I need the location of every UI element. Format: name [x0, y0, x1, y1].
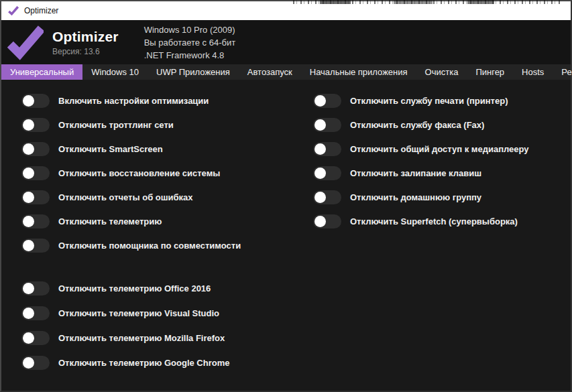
toggle-knob [314, 192, 326, 203]
toggle-label: Отключить отчеты об ошибках [58, 192, 193, 202]
toggle-row: Включить настройки оптимизации [21, 88, 313, 113]
toggle-knob [314, 216, 326, 227]
toggle-switch[interactable] [21, 356, 50, 370]
toggle-switch[interactable] [21, 166, 50, 180]
toggle-label: Включить настройки оптимизации [58, 96, 209, 106]
toggle-switch[interactable] [21, 239, 50, 253]
app-header: Optimizer Версия: 13.6 Windows 10 Pro (2… [1, 20, 571, 64]
toggle-knob [23, 95, 34, 107]
toggle-knob [23, 168, 34, 179]
toggle-knob [23, 308, 34, 319]
tab-hosts[interactable]: Hosts [513, 64, 553, 80]
tab-очистка[interactable]: Очистка [416, 64, 467, 80]
toggle-switch[interactable] [313, 190, 341, 204]
toggle-knob [23, 192, 34, 203]
toggle-row: Отключить службу факса (Fax) [313, 113, 571, 137]
toggle-switch[interactable] [313, 94, 341, 108]
toggle-label: Отключить восстановление системы [58, 168, 220, 178]
titlebar-title: Optimizer [24, 6, 58, 15]
group-gap [21, 257, 313, 276]
toggle-switch[interactable] [21, 190, 50, 204]
toggle-label: Отключить залипание клавиш [350, 168, 481, 178]
toggle-knob [23, 143, 34, 155]
content-area: Включить настройки оптимизации Отключить… [1, 80, 571, 391]
toggle-row: Отключить SmartScreen [21, 137, 313, 161]
toggle-row: Отключить службу печати (принтер) [313, 88, 571, 113]
system-info-os: Windows 10 Pro (2009) [144, 23, 236, 36]
toggle-switch[interactable] [313, 166, 341, 180]
tab-универсальный[interactable]: Универсальный [1, 64, 82, 80]
toggle-knob [23, 332, 34, 344]
toggle-knob [23, 216, 34, 227]
toggle-row: Отключить Superfetch (супервыборка) [313, 209, 571, 233]
toggle-switch[interactable] [21, 214, 50, 228]
toggle-row: Отключить телеметрию Office 2016 [21, 276, 313, 301]
app-name: Optimizer [52, 29, 119, 45]
toggle-row: Отключить телеметрию Google Chrome [21, 350, 313, 375]
system-info: Windows 10 Pro (2009) Вы работаете с 64-… [144, 23, 236, 62]
toggle-label: Отключить SmartScreen [58, 144, 163, 154]
toggle-label: Отключить телеметрию Google Chrome [58, 358, 229, 368]
tab-автозапуск[interactable]: Автозапуск [239, 64, 301, 80]
toggle-switch[interactable] [21, 331, 50, 345]
toggle-switch[interactable] [21, 94, 50, 108]
toggle-label: Отключить общий доступ к медиаплееру [350, 144, 529, 154]
system-info-framework: .NET Framework 4.8 [144, 49, 236, 62]
tab-реестр[interactable]: Реестр [553, 64, 572, 80]
toggle-row: Отключить отчеты об ошибках [21, 185, 313, 209]
optimizer-window: Optimizer Optimizer Версия: 13.6 Windows… [0, 0, 572, 392]
tab-windows-10[interactable]: Windows 10 [82, 64, 148, 80]
toggle-label: Отключить телеметрию Office 2016 [58, 283, 211, 293]
toggles-left-column: Включить настройки оптимизации Отключить… [1, 88, 313, 391]
toggle-label: Отключить Superfetch (супервыборка) [350, 216, 518, 226]
system-info-arch: Вы работаете с 64-бит [144, 36, 236, 49]
toggle-row: Отключить залипание клавиш [313, 161, 571, 185]
toggle-knob [314, 168, 326, 179]
app-version: Версия: 13.6 [52, 47, 119, 56]
toggle-row: Отключить телеметрию Mozilla Firefox [21, 326, 313, 350]
toggle-label: Отключить телеметрию [58, 216, 162, 226]
toggle-switch[interactable] [21, 118, 50, 132]
tab-uwp-приложения[interactable]: UWP Приложения [148, 64, 239, 80]
toggle-knob [314, 119, 326, 131]
toggle-label: Отключить телеметрию Visual Studio [58, 308, 219, 318]
toggle-knob [23, 240, 34, 251]
toggle-row: Отключить троттлинг сети [21, 113, 313, 137]
tab-bar: УниверсальныйWindows 10UWP ПриложенияАвт… [1, 64, 571, 80]
toggle-switch[interactable] [313, 142, 341, 156]
app-check-icon [8, 5, 19, 16]
toggle-switch[interactable] [313, 118, 341, 132]
toggle-row: Отключить помощника по совместимости [21, 233, 313, 257]
toggle-switch[interactable] [21, 142, 50, 156]
toggle-label: Отключить помощника по совместимости [58, 241, 241, 251]
toggle-label: Отключить службу факса (Fax) [350, 120, 484, 130]
tab-пингер[interactable]: Пингер [467, 64, 513, 80]
toggle-row: Отключить восстановление системы [21, 161, 313, 185]
toggle-label: Отключить троттлинг сети [58, 120, 174, 130]
toggle-knob [23, 357, 34, 369]
toggle-switch[interactable] [21, 306, 50, 320]
toggle-label: Отключить службу печати (принтер) [350, 96, 508, 106]
tab-начальные-приложения[interactable]: Начальные приложения [301, 64, 416, 80]
toggle-label: Отключить телеметрию Mozilla Firefox [58, 333, 225, 343]
toggle-row: Отключить общий доступ к медиаплееру [313, 137, 571, 161]
toggle-row: Отключить телеметрию [21, 209, 313, 233]
toggle-row: Отключить телеметрию Visual Studio [21, 301, 313, 326]
optimizer-logo-icon [7, 24, 44, 60]
toggles-right-column: Отключить службу печати (принтер) Отключ… [313, 88, 571, 391]
clipped-background-window-artifact [293, 0, 561, 4]
toggle-knob [23, 119, 34, 131]
titlebar[interactable]: Optimizer [1, 1, 571, 20]
toggle-knob [314, 95, 326, 107]
toggle-knob [314, 143, 326, 155]
toggle-label: Отключить домашнюю группу [350, 192, 481, 202]
toggle-switch[interactable] [21, 281, 50, 296]
toggle-row: Отключить домашнюю группу [313, 185, 571, 209]
toggle-switch[interactable] [313, 214, 341, 228]
toggle-knob [23, 283, 34, 294]
